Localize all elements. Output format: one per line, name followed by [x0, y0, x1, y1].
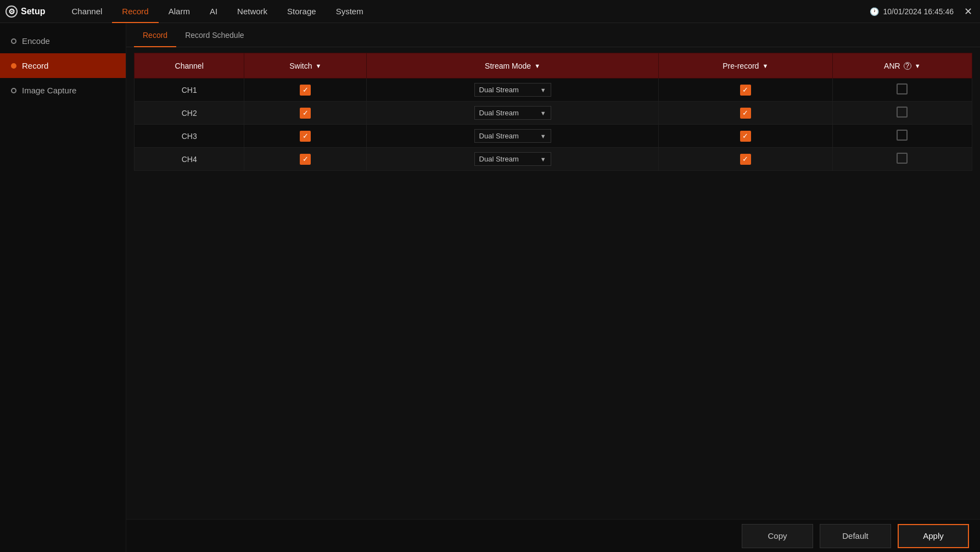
record-table: Channel Switch ▼ Stream Mode [134, 53, 972, 171]
anr-header-chevron: ▼ [915, 63, 921, 69]
cell-switch-1[interactable]: ✓ [244, 102, 367, 125]
cell-pre-record-0[interactable]: ✓ [658, 79, 832, 102]
stream-mode-value-0: Dual Stream [479, 86, 519, 94]
default-button[interactable]: Default [820, 524, 891, 548]
stream-mode-header-chevron: ▼ [534, 63, 540, 69]
copy-button[interactable]: Copy [742, 524, 813, 548]
sidebar-label-encode: Encode [22, 36, 50, 46]
switch-checkbox-2[interactable]: ✓ [300, 131, 311, 142]
cell-switch-3[interactable]: ✓ [244, 148, 367, 171]
cell-pre-record-1[interactable]: ✓ [658, 102, 832, 125]
cell-channel-1: CH2 [135, 102, 244, 125]
table-row: CH2✓Dual Stream▼✓ [135, 102, 972, 125]
nav-item-channel[interactable]: Channel [61, 0, 112, 23]
sidebar: Encode Record Image Capture [0, 23, 126, 552]
pre-record-checkbox-1[interactable]: ✓ [740, 108, 751, 119]
stream-mode-chevron-2: ▼ [540, 133, 546, 140]
footer: Copy Default Apply [126, 519, 980, 552]
sidebar-item-image-capture[interactable]: Image Capture [0, 78, 126, 103]
table-row: CH3✓Dual Stream▼✓ [135, 125, 972, 148]
cell-anr-3[interactable] [832, 148, 972, 171]
nav-item-storage[interactable]: Storage [277, 0, 326, 23]
nav-item-ai[interactable]: AI [200, 0, 227, 23]
sidebar-dot-image-capture [11, 88, 16, 93]
cell-switch-2[interactable]: ✓ [244, 125, 367, 148]
app-title: Setup [21, 7, 45, 16]
cell-stream-mode-1[interactable]: Dual Stream▼ [367, 102, 659, 125]
anr-info-icon: ? [904, 62, 911, 70]
sidebar-dot-encode [11, 38, 16, 44]
nav-item-system[interactable]: System [326, 0, 373, 23]
switch-checkbox-1[interactable]: ✓ [300, 108, 311, 119]
cell-anr-0[interactable] [832, 79, 972, 102]
clock-area: 🕐 10/01/2024 16:45:46 [870, 7, 954, 16]
stream-mode-chevron-1: ▼ [540, 110, 546, 116]
close-button[interactable]: ✕ [961, 5, 975, 18]
table-row: CH1✓Dual Stream▼✓ [135, 79, 972, 102]
gear-icon: ⚙ [5, 5, 18, 18]
sidebar-dot-record [11, 63, 16, 69]
stream-mode-value-2: Dual Stream [479, 132, 519, 140]
cell-switch-0[interactable]: ✓ [244, 79, 367, 102]
col-header-stream-mode: Stream Mode ▼ [367, 53, 659, 79]
anr-checkbox-2[interactable] [897, 130, 908, 141]
clock-display: 10/01/2024 16:45:46 [883, 7, 954, 16]
stream-mode-value-1: Dual Stream [479, 109, 519, 117]
cell-pre-record-2[interactable]: ✓ [658, 125, 832, 148]
cell-stream-mode-3[interactable]: Dual Stream▼ [367, 148, 659, 171]
stream-mode-select-2[interactable]: Dual Stream▼ [474, 129, 551, 143]
stream-mode-select-0[interactable]: Dual Stream▼ [474, 83, 551, 97]
sidebar-label-image-capture: Image Capture [22, 86, 76, 95]
col-header-pre-record: Pre-record ▼ [658, 53, 832, 79]
top-nav-items: Channel Record Alarm AI Network Storage … [61, 0, 869, 23]
col-header-channel: Channel [135, 53, 244, 79]
pre-record-checkbox-3[interactable]: ✓ [740, 154, 751, 165]
col-header-anr: ANR ? ▼ [832, 53, 972, 79]
switch-checkbox-3[interactable]: ✓ [300, 154, 311, 165]
main-content: Record Record Schedule Channel Swit [126, 23, 980, 552]
cell-anr-2[interactable] [832, 125, 972, 148]
cell-channel-2: CH3 [135, 125, 244, 148]
anr-checkbox-1[interactable] [897, 107, 908, 118]
nav-item-record[interactable]: Record [112, 0, 158, 23]
switch-checkbox-0[interactable]: ✓ [300, 85, 311, 96]
table-row: CH4✓Dual Stream▼✓ [135, 148, 972, 171]
cell-pre-record-3[interactable]: ✓ [658, 148, 832, 171]
anr-checkbox-3[interactable] [897, 153, 908, 164]
stream-mode-chevron-0: ▼ [540, 87, 546, 93]
stream-mode-select-1[interactable]: Dual Stream▼ [474, 106, 551, 120]
body-layout: Encode Record Image Capture Record Recor… [0, 23, 980, 552]
clock-icon: 🕐 [870, 7, 879, 16]
cell-stream-mode-0[interactable]: Dual Stream▼ [367, 79, 659, 102]
sidebar-item-record[interactable]: Record [0, 53, 126, 78]
cell-anr-1[interactable] [832, 102, 972, 125]
pre-record-header-chevron: ▼ [762, 63, 768, 69]
sidebar-item-encode[interactable]: Encode [0, 29, 126, 53]
stream-mode-chevron-3: ▼ [540, 156, 546, 163]
nav-item-alarm[interactable]: Alarm [159, 0, 200, 23]
anr-checkbox-0[interactable] [897, 83, 908, 94]
nav-item-network[interactable]: Network [227, 0, 277, 23]
app-logo: ⚙ Setup [5, 5, 45, 18]
cell-stream-mode-2[interactable]: Dual Stream▼ [367, 125, 659, 148]
sidebar-label-record: Record [22, 61, 48, 70]
sub-tabs: Record Record Schedule [126, 23, 980, 47]
table-area: Channel Switch ▼ Stream Mode [126, 47, 980, 519]
col-header-switch: Switch ▼ [244, 53, 367, 79]
top-nav: ⚙ Setup Channel Record Alarm AI Network … [0, 0, 980, 23]
stream-mode-select-3[interactable]: Dual Stream▼ [474, 152, 551, 166]
pre-record-checkbox-2[interactable]: ✓ [740, 131, 751, 142]
pre-record-checkbox-0[interactable]: ✓ [740, 85, 751, 96]
cell-channel-0: CH1 [135, 79, 244, 102]
switch-header-chevron: ▼ [316, 63, 322, 69]
subtab-record-schedule[interactable]: Record Schedule [176, 23, 253, 47]
subtab-record[interactable]: Record [134, 23, 176, 47]
stream-mode-value-3: Dual Stream [479, 155, 519, 163]
apply-button[interactable]: Apply [898, 524, 969, 548]
cell-channel-3: CH4 [135, 148, 244, 171]
